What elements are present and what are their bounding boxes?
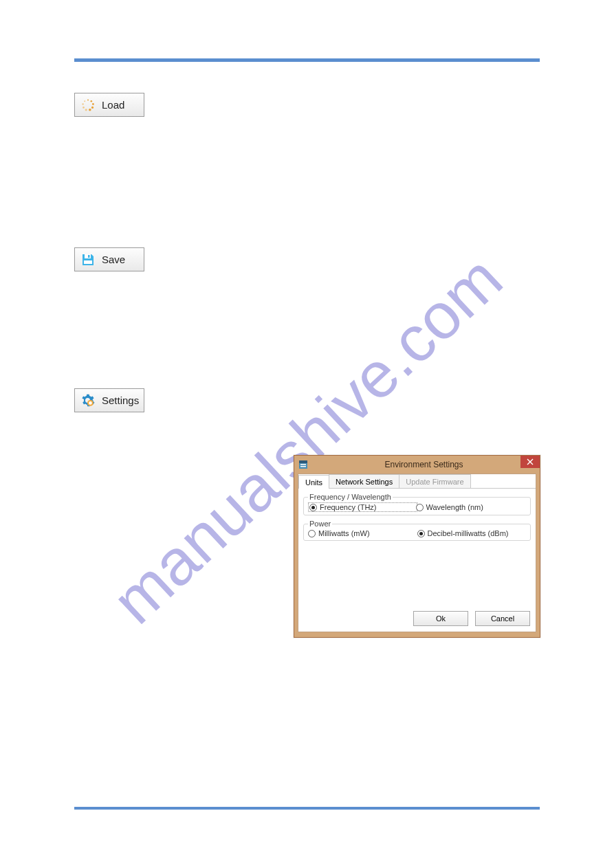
radio-milliwatts[interactable]: Milliwatts (mW) [308,529,417,537]
group-power-legend: Power [308,520,332,528]
spinner-icon [80,98,95,112]
close-icon [527,458,534,465]
group-power: Power Milliwatts (mW) Decibel-milliwatts… [303,520,531,541]
environment-settings-dialog: Environment Settings Units Network Setti… [294,455,540,638]
radio-icon [308,530,316,537]
load-button-label: Load [102,99,124,111]
svg-rect-9 [85,254,91,258]
cancel-button[interactable]: Cancel [475,611,530,626]
svg-point-7 [82,103,83,104]
tab-content-units: Frequency / Wavelength Frequency (THz) W… [298,489,536,611]
radio-wavelength-nm[interactable]: Wavelength (nm) [416,502,525,512]
svg-point-3 [91,106,93,108]
svg-point-0 [87,99,89,100]
tab-network-settings[interactable]: Network Settings [329,474,399,488]
settings-button-label: Settings [102,394,139,406]
dialog-body: Units Network Settings Update Firmware F… [298,474,536,632]
tab-units[interactable]: Units [298,475,329,489]
svg-rect-14 [299,460,307,463]
dialog-icon [298,460,308,469]
svg-rect-15 [300,464,306,465]
radio-label: Milliwatts (mW) [318,529,370,537]
radio-icon [416,504,424,511]
save-button[interactable]: Save [74,247,144,271]
load-button[interactable]: Load [74,93,144,117]
dialog-footer: Ok Cancel [298,611,536,632]
group-frequency-wavelength: Frequency / Wavelength Frequency (THz) W… [303,493,531,515]
svg-rect-11 [84,260,92,264]
close-button[interactable] [520,456,540,468]
dialog-tabs: Units Network Settings Update Firmware [298,474,536,489]
dialog-titlebar[interactable]: Environment Settings [294,456,540,474]
svg-rect-16 [300,466,306,467]
radio-frequency-thz[interactable]: Frequency (THz) [308,502,417,512]
save-button-label: Save [102,254,125,265]
svg-point-5 [85,109,87,111]
radio-decibel-milliwatts[interactable]: Decibel-milliwatts (dBm) [417,529,527,537]
svg-point-8 [84,100,85,102]
radio-icon [417,530,425,537]
page-rule-top [74,58,540,62]
page-rule-bottom [74,807,540,810]
svg-point-1 [90,100,92,102]
radio-label: Wavelength (nm) [426,503,483,511]
svg-point-4 [89,109,91,111]
gear-icon [80,393,95,408]
ok-button[interactable]: Ok [413,611,468,626]
svg-point-6 [83,107,85,109]
radio-label: Decibel-milliwatts (dBm) [428,529,509,537]
svg-point-2 [92,103,94,105]
radio-label: Frequency (THz) [320,503,377,511]
group-frequency-legend: Frequency / Wavelength [308,493,393,501]
floppy-disk-icon [80,252,95,267]
dialog-title: Environment Settings [308,460,540,469]
radio-icon [309,504,317,511]
settings-button[interactable]: Settings [74,388,144,412]
tab-update-firmware[interactable]: Update Firmware [399,474,470,488]
svg-rect-10 [88,255,90,258]
